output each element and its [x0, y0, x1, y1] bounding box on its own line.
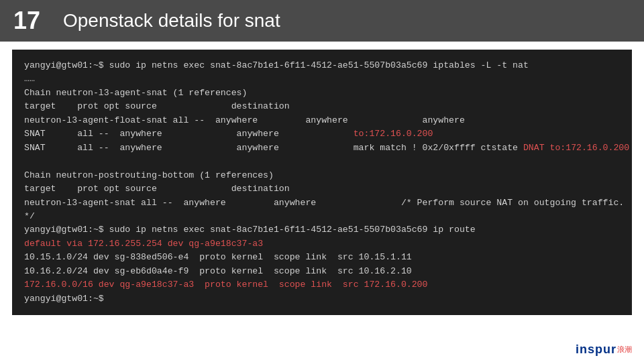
terminal-line: SNAT all -- anywhere anywhere mark match… — [24, 141, 620, 155]
header: 17 Openstack details for snat — [0, 0, 644, 42]
terminal-line: neutron-l3-agent-float-snat all -- anywh… — [24, 114, 620, 127]
terminal-line: target prot opt source destination — [24, 100, 620, 113]
slide-number: 17 — [13, 7, 47, 35]
logo-accent: 浪潮 — [617, 345, 632, 355]
footer: inspur 浪潮 — [576, 343, 632, 357]
terminal-line: default via 172.16.255.254 dev qg-a9e18c… — [24, 237, 620, 251]
terminal-line: Chain neutron-l3-agent-snat (1 reference… — [24, 86, 620, 100]
terminal-line: Chain neutron-postrouting-bottom (1 refe… — [24, 169, 620, 182]
terminal-line: 172.16.0.0/16 dev qg-a9e18c37-a3 proto k… — [24, 278, 620, 292]
terminal-line: yangyi@gtw01:~$ sudo ip netns exec snat-… — [24, 59, 620, 72]
terminal-line: yangyi@gtw01:~$ sudo ip netns exec snat-… — [24, 223, 620, 237]
page-title: Openstack details for snat — [63, 10, 280, 32]
terminal-block: yangyi@gtw01:~$ sudo ip netns exec snat-… — [12, 50, 632, 315]
terminal-line: 10.15.1.0/24 dev sg-838ed506-e4 proto ke… — [24, 251, 620, 264]
terminal-line: neutron-l3-agent-snat all -- anywhere an… — [24, 196, 620, 210]
terminal-line: */ — [24, 210, 620, 223]
terminal-line: …… — [24, 72, 620, 86]
logo-text: inspur — [576, 343, 616, 357]
terminal-line: target prot opt source destination — [24, 182, 620, 196]
terminal-line: 10.16.2.0/24 dev sg-eb6d0a4e-f9 proto ke… — [24, 265, 620, 278]
terminal-line: SNAT all -- anywhere anywhere to:172.16.… — [24, 127, 620, 141]
terminal-line: yangyi@gtw01:~$ — [24, 292, 620, 306]
terminal-line — [24, 155, 620, 168]
company-logo: inspur 浪潮 — [576, 343, 632, 357]
